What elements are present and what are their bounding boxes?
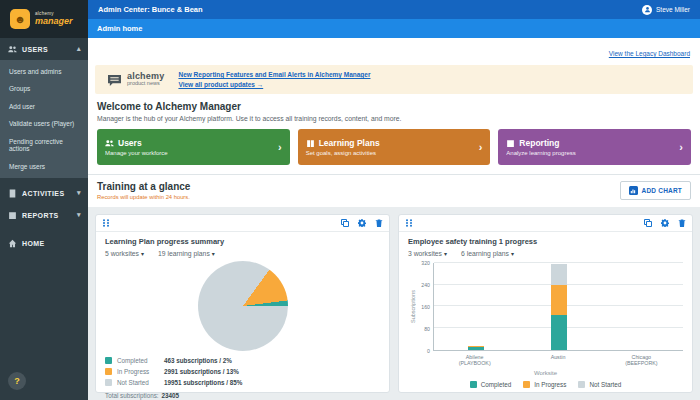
legend-swatch-not-started	[105, 379, 112, 386]
nav-card-learning-plans[interactable]: Learning Plans Set goals, assign activit…	[298, 129, 491, 165]
bar-segment-not-started	[551, 264, 567, 284]
sidebar-reports-label: REPORTS	[22, 212, 59, 219]
widget-learning-plan-progress: Learning Plan progress summary 5 worksit…	[95, 214, 390, 393]
product-news-banner: alchemy product news New Reporting Featu…	[95, 65, 693, 94]
drag-handle-icon[interactable]	[405, 219, 413, 227]
training-glance-header: Training at a glance Records will update…	[88, 174, 700, 207]
dropdown-arrow-icon: ▾	[444, 251, 447, 257]
sidebar-users-submenu: Users and admins Groups Add user Validat…	[0, 60, 88, 178]
sidebar-activities-label: ACTIVITIES	[22, 190, 65, 197]
main-area: Admin Center: Bunce & Bean Steve Miller …	[88, 0, 700, 400]
settings-gear-icon[interactable]	[661, 219, 669, 227]
chart-widgets-row: Learning Plan progress summary 5 worksit…	[88, 207, 700, 400]
sidebar-section-users[interactable]: USERS ▴	[0, 38, 88, 60]
chevron-right-icon: ›	[278, 141, 282, 153]
sidebar-item-add-user[interactable]: Add user	[0, 98, 88, 115]
app-window: ☻ alchemy manager USERS ▴ Users and admi…	[0, 0, 700, 400]
add-chart-button[interactable]: ADD CHART	[620, 181, 691, 200]
bar-segment-completed	[551, 315, 567, 350]
delete-trash-icon[interactable]	[375, 219, 383, 227]
reports-icon	[7, 210, 17, 220]
bar-chicago	[600, 263, 683, 350]
quick-nav-cards: Users Manage your workforce › Learning P…	[97, 129, 691, 165]
bar-filter-worksites[interactable]: 3 worksites▾	[408, 250, 447, 257]
drag-handle-icon[interactable]	[102, 219, 110, 227]
legend-row-not-started: Not Started 19951 subscriptions / 85%	[105, 377, 380, 388]
activities-icon	[7, 188, 17, 198]
nav-card-users-subtitle: Manage your workforce	[105, 150, 168, 156]
bar-legend: Completed In Progress Not Started	[408, 381, 683, 388]
glance-update-note: Records will update within 24 hours.	[97, 194, 190, 200]
product-news-brand: alchemy product news	[107, 72, 164, 87]
pie-filter-learning-plans[interactable]: 19 learning plans▾	[158, 250, 215, 257]
users-icon	[105, 139, 114, 148]
chevron-up-icon: ▴	[77, 45, 81, 53]
bar-austin	[517, 263, 600, 350]
widget-employee-safety-training: Employee safety training 1 progress 3 wo…	[398, 214, 693, 393]
news-link-reporting-features[interactable]: New Reporting Features and Email Alerts …	[178, 71, 370, 78]
nav-card-learning-title: Learning Plans	[319, 138, 380, 148]
bar-segment-in-progress	[551, 285, 567, 315]
pie-widget-title: Learning Plan progress summary	[105, 237, 380, 246]
bar-segment-completed	[468, 347, 484, 350]
sidebar-users-label: USERS	[22, 46, 48, 53]
user-menu[interactable]: Steve Miller	[642, 5, 690, 15]
bar-widget-title: Employee safety training 1 progress	[408, 237, 683, 246]
y-axis-label: Subscriptions	[410, 290, 416, 323]
x-axis-label: Worksite	[408, 370, 683, 376]
duplicate-icon[interactable]	[644, 219, 652, 227]
nav-card-reporting-subtitle: Analyze learning progress	[506, 150, 575, 156]
pie-chart	[198, 261, 288, 351]
glance-title: Training at a glance	[97, 181, 190, 192]
chevron-right-icon: ›	[479, 141, 483, 153]
bar-abilene	[434, 263, 517, 350]
sidebar-section-home[interactable]: HOME	[0, 232, 88, 254]
pie-filter-worksites[interactable]: 5 worksites▾	[105, 250, 144, 257]
bar-plot-area	[433, 263, 683, 351]
sidebar-item-validate-users[interactable]: Validate users (Player)	[0, 115, 88, 132]
alchemy-logo-icon: ☻	[10, 9, 30, 29]
news-brand-line2: product news	[127, 81, 164, 87]
sidebar-item-pending-corrective-actions[interactable]: Pending corrective actions	[0, 133, 88, 158]
settings-gear-icon[interactable]	[358, 219, 366, 227]
legend-swatch-completed	[470, 381, 477, 388]
sidebar-item-merge-users[interactable]: Merge users	[0, 158, 88, 175]
nav-card-users-title: Users	[118, 138, 142, 148]
sidebar-section-reports[interactable]: REPORTS ▾	[0, 204, 88, 226]
dropdown-arrow-icon: ▾	[212, 251, 215, 257]
chart-icon	[629, 186, 638, 195]
legend-row-completed: Completed 463 subscriptions / 2%	[105, 355, 380, 366]
help-button[interactable]: ?	[8, 372, 26, 390]
sidebar-item-groups[interactable]: Groups	[0, 80, 88, 97]
sidebar-item-users-and-admins[interactable]: Users and admins	[0, 63, 88, 80]
sidebar: ☻ alchemy manager USERS ▴ Users and admi…	[0, 0, 88, 400]
news-link-all-updates[interactable]: View all product updates →	[178, 81, 370, 88]
admin-center-title: Admin Center: Bunce & Bean	[98, 5, 203, 14]
nav-card-reporting[interactable]: Reporting Analyze learning progress ›	[498, 129, 691, 165]
legend-swatch-in-progress	[523, 381, 530, 388]
legend-swatch-in-progress	[105, 368, 112, 375]
total-subscriptions: Total subscriptions:23405	[105, 392, 380, 399]
chevron-right-icon: ›	[679, 141, 683, 153]
top-header-bar: Admin Center: Bunce & Bean Steve Miller	[88, 0, 700, 19]
sidebar-section-activities[interactable]: ACTIVITIES ▾	[0, 182, 88, 204]
logo-text-manager: manager	[35, 17, 73, 26]
nav-card-learning-subtitle: Set goals, assign activities	[306, 150, 380, 156]
delete-trash-icon[interactable]	[678, 219, 686, 227]
x-axis-categories: Abilene(PLAYBOOK) Austin Chicago(BEEFPOR…	[433, 354, 683, 367]
users-icon	[7, 44, 17, 54]
chevron-down-icon: ▾	[77, 189, 81, 197]
learning-plans-icon	[306, 139, 315, 148]
user-name: Steve Miller	[656, 6, 690, 13]
bar-chart: Subscriptions 0 80 160 240 320	[408, 263, 683, 351]
bar-filter-learning-plans[interactable]: 6 learning plans▾	[461, 250, 514, 257]
welcome-title: Welcome to Alchemy Manager	[97, 101, 691, 112]
nav-card-users[interactable]: Users Manage your workforce ›	[97, 129, 290, 165]
legend-swatch-completed	[105, 357, 112, 364]
content-area: View the Legacy Dashboard alchemy produc…	[88, 38, 700, 400]
app-logo[interactable]: ☻ alchemy manager	[0, 0, 88, 38]
duplicate-icon[interactable]	[341, 219, 349, 227]
nav-card-reporting-title: Reporting	[519, 138, 559, 148]
legacy-dashboard-link[interactable]: View the Legacy Dashboard	[609, 50, 690, 57]
dropdown-arrow-icon: ▾	[511, 251, 514, 257]
